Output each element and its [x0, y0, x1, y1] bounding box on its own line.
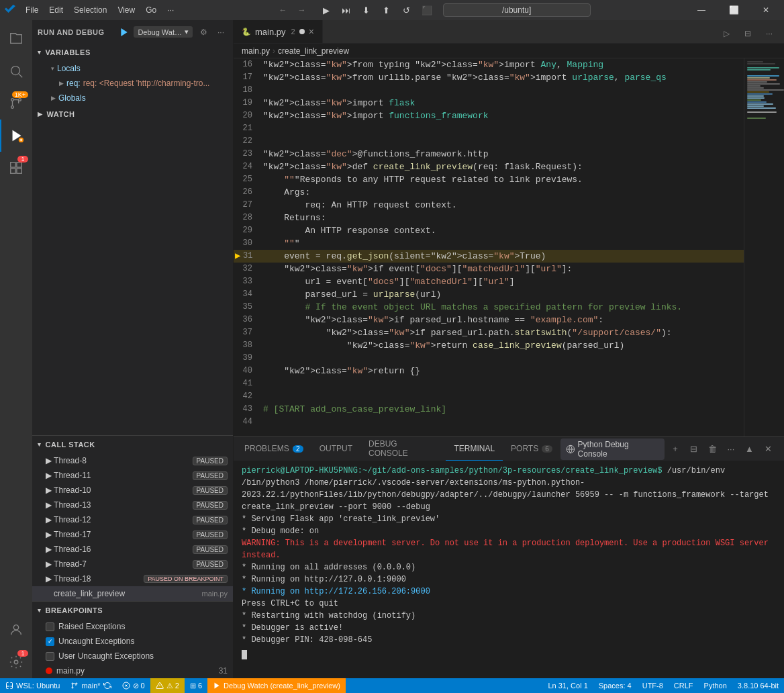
- menu-view[interactable]: View: [112, 0, 140, 20]
- gear-icon[interactable]: ⚙: [197, 26, 210, 39]
- step-into-button[interactable]: ⬇: [357, 1, 376, 19]
- editor-more-button[interactable]: ···: [760, 24, 779, 43]
- activity-run-debug[interactable]: [0, 120, 32, 152]
- split-terminal-button[interactable]: ⊟: [686, 441, 702, 457]
- panel-tab-ports[interactable]: PORTS 6: [503, 437, 560, 461]
- status-spaces[interactable]: Spaces: 4: [593, 678, 637, 693]
- status-eol[interactable]: CRLF: [669, 678, 699, 693]
- breadcrumb-fn[interactable]: create_link_preview: [278, 46, 349, 56]
- code-line-25: 25 """Responds to any HTTP request relat…: [234, 173, 744, 186]
- thread-item-thread-8[interactable]: ▶ Thread-8PAUSED: [32, 453, 233, 468]
- activity-extensions[interactable]: 1: [0, 152, 32, 184]
- breadcrumb-file[interactable]: main.py: [242, 46, 270, 56]
- status-branch[interactable]: main*: [65, 678, 116, 693]
- status-position[interactable]: Ln 31, Col 1: [542, 678, 593, 693]
- step-out-button[interactable]: ⬆: [377, 1, 396, 19]
- status-encoding[interactable]: UTF-8: [637, 678, 669, 693]
- menu-go[interactable]: Go: [140, 0, 162, 20]
- activity-search[interactable]: [0, 55, 32, 87]
- code-line-30: 30 """: [234, 237, 744, 250]
- restart-button[interactable]: ↺: [397, 1, 416, 19]
- tab-close-button[interactable]: ×: [309, 27, 314, 36]
- locals-item[interactable]: ▾ Locals: [32, 61, 233, 76]
- code-line-41: 41: [234, 377, 744, 390]
- menu-file[interactable]: File: [20, 0, 44, 20]
- bp-checkbox[interactable]: [46, 637, 54, 646]
- req-variable[interactable]: ▶ req: req: <Request 'http://charming-tr…: [32, 76, 233, 91]
- thread-item-thread-11[interactable]: ▶ Thread-11PAUSED: [32, 468, 233, 483]
- maximize-panel-button[interactable]: ▲: [742, 441, 758, 457]
- globals-item[interactable]: ▶ Globals: [32, 91, 233, 105]
- python-console-label[interactable]: Python Debug Console: [560, 438, 665, 460]
- trash-icon[interactable]: 🗑: [704, 441, 720, 457]
- nav-forward-button[interactable]: →: [294, 2, 310, 18]
- thread-item-thread-13[interactable]: ▶ Thread-13PAUSED: [32, 498, 233, 512]
- variables-section-header[interactable]: ▾ VARIABLES: [32, 44, 233, 61]
- start-debug-icon[interactable]: [119, 27, 130, 38]
- step-over-button[interactable]: ⏭: [337, 1, 356, 19]
- editor-tabs: 🐍 main.py 2 × ▷ ⊟ ···: [234, 20, 784, 44]
- code-line-37: 37 "kw2">class="kw">if parsed_url.path.s…: [234, 326, 744, 339]
- panel-tab-problems[interactable]: PROBLEMS 2: [236, 437, 311, 461]
- panel-tab-debug-console[interactable]: DEBUG CONSOLE: [360, 437, 446, 461]
- thread-item-thread-16[interactable]: ▶ Thread-16PAUSED: [32, 542, 233, 557]
- status-python-version[interactable]: 3.8.10 64-bit: [732, 678, 784, 693]
- nav-back-button[interactable]: ←: [275, 2, 291, 18]
- menu-edit[interactable]: Edit: [44, 0, 68, 20]
- bp-checkbox[interactable]: [46, 652, 54, 661]
- callstack-header[interactable]: ▾ CALL STACK: [32, 436, 233, 453]
- continue-button[interactable]: ▶: [317, 1, 336, 19]
- menu-selection[interactable]: Selection: [68, 0, 112, 20]
- breakpoints-header[interactable]: ▾ BREAKPOINTS: [32, 602, 233, 619]
- activity-git[interactable]: 1K+: [0, 87, 32, 120]
- watch-section-header[interactable]: ▶ WATCH: [32, 105, 233, 123]
- breakpoint-uncaught-exceptions[interactable]: Uncaught Exceptions: [32, 634, 233, 649]
- editor-area: 🐍 main.py 2 × ▷ ⊟ ··· main.py › create_l…: [234, 20, 784, 678]
- add-terminal-button[interactable]: +: [667, 441, 683, 457]
- debug-config-selector[interactable]: Debug Wat… ▾: [134, 26, 193, 38]
- run-code-button[interactable]: ▷: [717, 24, 736, 43]
- address-bar[interactable]: /ubuntu]: [443, 3, 591, 17]
- code-line-20: 20"kw2">class="kw">import functions_fram…: [234, 109, 744, 122]
- menu-more[interactable]: ···: [162, 0, 179, 20]
- activity-account[interactable]: [0, 614, 32, 646]
- svg-point-20: [72, 687, 73, 688]
- breakpoint-raised-exceptions[interactable]: Raised Exceptions: [32, 619, 233, 634]
- code-line-22: 22: [234, 135, 744, 148]
- code-editor[interactable]: 16"kw2">class="kw">from typing "kw2">cla…: [234, 58, 744, 436]
- breakpoint-user-uncaught-exceptions[interactable]: User Uncaught Exceptions: [32, 649, 233, 663]
- status-errors[interactable]: ⊘ 0: [117, 678, 150, 693]
- status-language[interactable]: Python: [699, 678, 732, 693]
- thread-item-thread-7[interactable]: ▶ Thread-7PAUSED: [32, 557, 233, 571]
- close-panel-button[interactable]: ✕: [760, 441, 776, 457]
- close-button[interactable]: ✕: [750, 0, 781, 20]
- menu-bar: File Edit Selection View Go ···: [20, 0, 179, 20]
- maximize-button[interactable]: ⬜: [718, 0, 749, 20]
- stop-button[interactable]: ⬛: [418, 1, 436, 19]
- terminal-content[interactable]: pierrick@LAPTOP-HKU5PNNG:~/git/add-ons-s…: [234, 461, 784, 678]
- bp-checkbox[interactable]: [46, 622, 54, 631]
- thread-item-thread-10[interactable]: ▶ Thread-10PAUSED: [32, 483, 233, 498]
- thread-item-thread-17[interactable]: ▶ Thread-17PAUSED: [32, 527, 233, 542]
- status-warnings[interactable]: ⚠ 2: [150, 678, 185, 693]
- status-ports[interactable]: ⊞ 6: [185, 678, 207, 693]
- thread-item-thread-18[interactable]: ▶ Thread-18PAUSED ON BREAKPOINT: [32, 571, 233, 586]
- panel-tab-output[interactable]: OUTPUT: [311, 437, 360, 461]
- thread-item-thread-12[interactable]: ▶ Thread-12PAUSED: [32, 512, 233, 527]
- code-line-16: 16"kw2">class="kw">from typing "kw2">cla…: [234, 58, 744, 71]
- more-options-icon[interactable]: ···: [214, 26, 228, 39]
- breakpoint-main.py[interactable]: main.py31: [32, 663, 233, 678]
- status-debug[interactable]: Debug Watch (create_link_preview): [207, 678, 346, 693]
- panel-more-button[interactable]: ···: [723, 441, 739, 457]
- status-remote[interactable]: WSL: Ubuntu: [0, 678, 65, 693]
- activity-settings[interactable]: 1: [0, 646, 32, 678]
- editor-tab-main[interactable]: 🐍 main.py 2 ×: [234, 20, 323, 43]
- panel-tab-terminal[interactable]: TERMINAL: [446, 437, 503, 461]
- terminal-line: * Debug mode: on: [242, 525, 776, 537]
- split-editor-button[interactable]: ⊟: [738, 24, 757, 43]
- ports-badge: 6: [542, 445, 552, 453]
- activity-explorer[interactable]: [0, 23, 32, 55]
- minimap: [744, 58, 784, 436]
- minimize-button[interactable]: —: [686, 0, 717, 20]
- call-frame[interactable]: create_link_previewmain.py: [32, 586, 233, 601]
